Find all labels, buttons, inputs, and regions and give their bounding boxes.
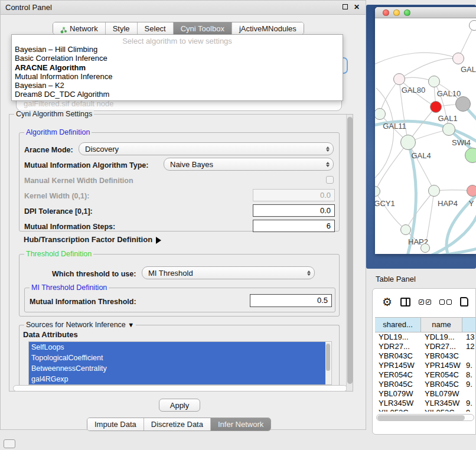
dpi-tolerance-input[interactable]: 0.0 <box>253 204 335 217</box>
network-node[interactable] <box>469 20 476 31</box>
control-panel-titlebar: Control Panel ✕ <box>1 1 366 15</box>
network-node-gal80[interactable] <box>393 73 405 85</box>
which-threshold-label: Which threshold to use: <box>52 270 136 278</box>
table-horizontal-scrollbar[interactable] <box>376 414 474 421</box>
node-label: GAL10 <box>437 89 461 98</box>
table-cell: YLR345W <box>375 399 421 408</box>
manual-kernel-checkbox[interactable] <box>326 176 334 184</box>
collapsed-panel-button[interactable] <box>4 439 15 448</box>
mi-steps-input[interactable]: 6 <box>253 220 335 232</box>
minimize-traffic-light[interactable] <box>393 9 400 16</box>
aracne-mode-label: Aracne Mode: <box>24 146 73 154</box>
table-row[interactable]: YBL079WYBL079W <box>375 389 476 399</box>
close-panel-button[interactable]: ✕ <box>353 4 361 12</box>
export-table-icon[interactable] <box>460 297 468 306</box>
tab-impute-data[interactable]: Impute Data <box>87 418 144 431</box>
table-row[interactable]: YLR345WYLR345W9. <box>375 399 476 408</box>
network-node-hap2[interactable] <box>400 224 411 235</box>
dropdown-item[interactable]: ARACNE Algorithm <box>12 63 343 72</box>
network-node-y[interactable] <box>467 185 476 197</box>
network-node-gal1[interactable] <box>430 101 442 113</box>
table-row[interactable]: YPR145WYPR145W9. <box>375 361 476 370</box>
tab-style[interactable]: Style <box>106 22 138 34</box>
zoom-traffic-light[interactable] <box>404 9 410 16</box>
table-row[interactable]: YIL053CYIL053C9 <box>375 408 476 412</box>
table-cell <box>462 351 476 361</box>
network-icon <box>60 25 67 32</box>
data-attributes-list[interactable]: SelfLoopsTopologicalCoefficientBetweenne… <box>28 341 332 385</box>
dropdown-item[interactable]: Mutual Information Inference <box>12 72 343 81</box>
network-canvas[interactable]: GALGAL80GAL10GAL1GAL11SWI4GAL4GCY1HAP4YH… <box>375 18 476 254</box>
table-row[interactable]: YER054CYER054C8. <box>375 370 476 380</box>
table-cell: 12 <box>462 342 476 351</box>
table-cell: YLR345W <box>421 399 462 408</box>
aracne-mode-combo[interactable]: Discovery <box>79 142 334 155</box>
network-node[interactable] <box>420 243 430 253</box>
control-panel-tabbar: Network Style Select Cyni Toolbox jActiv… <box>53 22 304 35</box>
tab-jactivemnodules[interactable]: jActiveMNodules <box>232 22 304 34</box>
tab-cyni-toolbox[interactable]: Cyni Toolbox <box>174 22 232 34</box>
network-node[interactable] <box>465 148 476 163</box>
collapse-down-icon[interactable]: ▼ <box>128 321 134 328</box>
collapse-right-icon <box>156 237 161 244</box>
attribute-list-item[interactable]: gal4RGexp <box>29 374 325 384</box>
table-row[interactable]: YDR27...YDR27...12 <box>375 342 476 351</box>
attribute-list-item[interactable]: BetweennessCentrality <box>29 363 325 374</box>
cyni-mode-tabbar: Impute Data Discretize Data Infer Networ… <box>87 418 271 431</box>
attribute-list-item[interactable]: TopologicalCoefficient <box>29 353 325 363</box>
column-header-name[interactable]: name <box>421 318 462 332</box>
select-all-columns-icon[interactable]: ✓✓ <box>419 299 431 305</box>
node-label: GCY1 <box>375 199 395 208</box>
list-vertical-scrollbar[interactable] <box>325 343 331 385</box>
manual-kernel-label: Manual Kernel Width Definition <box>24 177 133 185</box>
close-traffic-light[interactable] <box>383 9 389 16</box>
unchecked-box-icon <box>439 299 445 305</box>
network-node-gal[interactable] <box>452 53 464 64</box>
tab-select[interactable]: Select <box>138 22 174 34</box>
float-window-button[interactable] <box>341 4 349 12</box>
network-window-titlebar <box>375 7 476 18</box>
scrollbar-thumb[interactable] <box>326 344 330 371</box>
hub-definition-toggle[interactable]: Hub/Transcription Factor Definition <box>24 235 161 244</box>
scrollbar-thumb[interactable] <box>347 117 353 384</box>
table-cell: 9. <box>462 399 476 408</box>
tab-discretize-data[interactable]: Discretize Data <box>144 418 211 431</box>
attribute-list-item[interactable]: SelfLoops <box>29 342 325 353</box>
network-node-hap4[interactable] <box>428 185 440 197</box>
node-label: GAL11 <box>383 122 406 131</box>
mi-threshold-input[interactable]: 0.5 <box>250 294 332 307</box>
table-cell: YBR043C <box>375 351 421 361</box>
scrollbar-thumb[interactable] <box>377 415 465 420</box>
network-node-gal10[interactable] <box>428 76 440 87</box>
unselect-all-columns-icon[interactable] <box>439 299 452 305</box>
table-row[interactable]: YDL19...YDL19...13 <box>375 332 476 342</box>
table-cell: YPR145W <box>421 361 462 370</box>
network-node-swi4[interactable] <box>442 123 455 136</box>
column-header-shared-name[interactable]: shared... <box>375 318 421 332</box>
tab-network[interactable]: Network <box>53 22 106 34</box>
column-header-partial[interactable] <box>462 318 476 332</box>
gear-icon[interactable]: ⚙ <box>382 296 392 308</box>
settings-horizontal-scrollbar[interactable] <box>13 385 347 392</box>
dropdown-prompt: Select algorithm to view settings <box>12 35 343 45</box>
apply-button[interactable]: Apply <box>159 399 200 412</box>
table-cell: YIL053C <box>421 408 462 412</box>
dropdown-item[interactable]: Bayesian – K2 <box>12 81 343 90</box>
dropdown-item[interactable]: Dream8 DC_TDC Algorithm <box>12 90 343 99</box>
network-node[interactable] <box>455 96 471 112</box>
network-node-gal4[interactable] <box>400 135 416 150</box>
settings-vertical-scrollbar[interactable] <box>346 115 353 391</box>
which-threshold-combo[interactable]: MI Threshold <box>142 266 315 279</box>
table-row[interactable]: YBR045CYBR045C9. <box>375 380 476 389</box>
dropdown-item[interactable]: Bayesian – Hill Climbing <box>12 45 343 54</box>
table-cell: YDL19... <box>421 332 462 342</box>
table-cell: YBL079W <box>375 389 421 399</box>
mi-type-combo[interactable]: Naive Bayes <box>164 158 334 171</box>
node-label: Y <box>469 199 474 208</box>
columns-icon[interactable] <box>400 298 410 306</box>
tab-infer-network[interactable]: Infer Network <box>211 418 270 431</box>
dropdown-item[interactable]: Basic Correlation Inference <box>12 54 343 63</box>
kernel-width-input[interactable]: 0.0 <box>253 189 335 201</box>
mi-type-value: Naive Bayes <box>164 160 322 169</box>
table-row[interactable]: YBR043CYBR043C <box>375 351 476 361</box>
